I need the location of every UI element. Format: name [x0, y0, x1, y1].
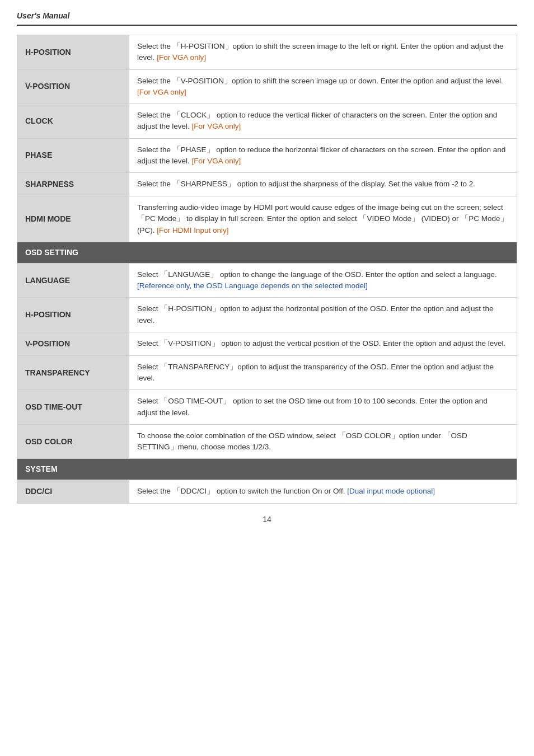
label-osd-time-out: OSD TIME-OUT	[17, 390, 129, 425]
desc-v-position-2: Select 「V-POSITION」 option to adjust the…	[129, 332, 517, 355]
desc-language: Select 「LANGUAGE」 option to change the l…	[129, 263, 517, 298]
desc-ddc-ci: Select the 「DDC/CI」 option to switch the…	[129, 480, 517, 504]
row-osd-color: OSD COLOR To choose the color combinatio…	[17, 424, 517, 459]
row-transparency: TRANSPARENCY Select 「TRANSPARENCY」option…	[17, 355, 517, 390]
desc-osd-time-out: Select 「OSD TIME-OUT」 option to set the …	[129, 390, 517, 425]
row-osd-time-out: OSD TIME-OUT Select 「OSD TIME-OUT」 optio…	[17, 390, 517, 425]
section-header-system: SYSTEM	[17, 459, 517, 480]
label-osd-color: OSD COLOR	[17, 424, 129, 459]
desc-h-position-2: Select 「H-POSITION」option to adjust the …	[129, 298, 517, 332]
row-language: LANGUAGE Select 「LANGUAGE」 option to cha…	[17, 263, 517, 298]
label-v-position-2: V-POSITION	[17, 332, 129, 355]
desc-hdmi-mode: Transferring audio-video image by HDMI p…	[129, 196, 517, 242]
row-h-position-1: H-POSITION Select the 「H-POSITION」option…	[17, 35, 517, 70]
label-hdmi-mode: HDMI MODE	[17, 196, 129, 242]
row-clock: CLOCK Select the 「CLOCK」 option to reduc…	[17, 104, 517, 139]
label-language: LANGUAGE	[17, 263, 129, 298]
label-ddc-ci: DDC/CI	[17, 480, 129, 504]
main-table: H-POSITION Select the 「H-POSITION」option…	[17, 35, 517, 504]
row-phase: PHASE Select the 「PHASE」 option to reduc…	[17, 138, 517, 173]
row-v-position-2: V-POSITION Select 「V-POSITION」 option to…	[17, 332, 517, 355]
row-hdmi-mode: HDMI MODE Transferring audio-video image…	[17, 196, 517, 242]
desc-phase: Select the 「PHASE」 option to reduce the …	[129, 138, 517, 173]
section-label-system: SYSTEM	[17, 459, 517, 480]
label-clock: CLOCK	[17, 104, 129, 139]
row-h-position-2: H-POSITION Select 「H-POSITION」option to …	[17, 298, 517, 332]
desc-h-position-1: Select the 「H-POSITION」option to shift t…	[129, 35, 517, 70]
row-ddc-ci: DDC/CI Select the 「DDC/CI」 option to swi…	[17, 480, 517, 504]
section-header-osd-setting: OSD SETTING	[17, 242, 517, 263]
section-label-osd-setting: OSD SETTING	[17, 242, 517, 263]
label-transparency: TRANSPARENCY	[17, 355, 129, 390]
desc-v-position-1: Select the 「V-POSITION」option to shift t…	[129, 69, 517, 104]
page-header: User's Manual	[17, 11, 517, 26]
label-h-position-2: H-POSITION	[17, 298, 129, 332]
page-number: 14	[17, 515, 517, 524]
label-phase: PHASE	[17, 138, 129, 173]
label-sharpness: SHARPNESS	[17, 173, 129, 196]
label-v-position-1: V-POSITION	[17, 69, 129, 104]
label-h-position-1: H-POSITION	[17, 35, 129, 70]
desc-sharpness: Select the 「SHARPNESS」 option to adjust …	[129, 173, 517, 196]
desc-osd-color: To choose the color combination of the O…	[129, 424, 517, 459]
desc-clock: Select the 「CLOCK」 option to reduce the …	[129, 104, 517, 139]
row-sharpness: SHARPNESS Select the 「SHARPNESS」 option …	[17, 173, 517, 196]
desc-transparency: Select 「TRANSPARENCY」option to adjust th…	[129, 355, 517, 390]
row-v-position-1: V-POSITION Select the 「V-POSITION」option…	[17, 69, 517, 104]
